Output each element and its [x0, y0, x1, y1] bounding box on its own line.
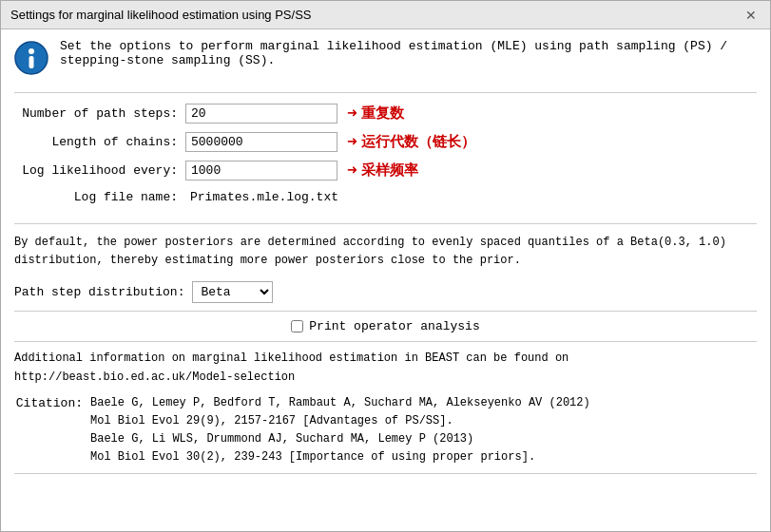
print-operator-label: Print operator analysis [309, 319, 479, 333]
window-title: Settings for marginal likelihood estimat… [10, 8, 312, 22]
path-steps-annotation-text: 重复数 [361, 104, 404, 123]
header-line-2: stepping-stone sampling (SS). [60, 53, 727, 67]
arrow-icon-2: ➜ [347, 131, 357, 152]
citation-line-4: Mol Biol Evol 30(2), 239-243 [Importance… [90, 448, 590, 466]
beta-description: By default, the power posteriors are det… [14, 230, 757, 274]
print-operator-checkbox[interactable] [291, 320, 303, 332]
divider-3 [14, 311, 757, 312]
citation-line-3: Baele G, Li WLS, Drummond AJ, Suchard MA… [90, 430, 590, 448]
path-steps-label: Number of path steps: [14, 106, 185, 121]
header-line-1: Set the options to perform marginal like… [60, 39, 727, 53]
chain-length-annotation: ➜ 运行代数（链长） [347, 131, 475, 152]
additional-info-line1: Additional information on marginal likel… [14, 350, 757, 368]
svg-point-1 [29, 48, 34, 54]
main-window: Settings for marginal likelihood estimat… [0, 0, 771, 532]
header-section: Set the options to perform marginal like… [14, 39, 757, 83]
beta-desc-line2: distribution, thereby estimating more po… [14, 252, 757, 270]
path-steps-annotation: ➜ 重复数 [347, 103, 404, 124]
close-button[interactable]: ✕ [742, 8, 761, 23]
chain-length-input[interactable] [185, 132, 337, 152]
log-file-value: Primates.mle.log.txt [185, 188, 343, 206]
chain-length-label: Length of chains: [14, 135, 185, 149]
citation-section: Citation: Baele G, Lemey P, Bedford T, R… [14, 394, 757, 467]
chain-length-annotation-text: 运行代数（链长） [361, 133, 475, 151]
citation-line-2: Mol Biol Evol 29(9), 2157-2167 [Advantag… [90, 412, 590, 430]
divider-1 [14, 92, 757, 93]
beta-desc-line1: By default, the power posteriors are det… [14, 234, 757, 252]
citation-label: Citation: [14, 394, 90, 410]
content-area: Set the options to perform marginal like… [1, 29, 770, 531]
path-dist-label: Path step distribution: [14, 285, 184, 299]
log-file-label: Log file name: [14, 190, 185, 204]
citation-text: Baele G, Lemey P, Bedford T, Rambaut A, … [90, 394, 590, 467]
divider-2 [14, 223, 757, 224]
print-operator-row: Print operator analysis [14, 319, 757, 333]
additional-info-line2: http://beast.bio.ed.ac.uk/Model-selectio… [14, 369, 757, 387]
log-every-label: Log likelihood every: [14, 163, 185, 178]
additional-info: Additional information on marginal likel… [14, 350, 757, 386]
bottom-divider [14, 473, 757, 474]
path-steps-row: Number of path steps: ➜ 重复数 [14, 103, 757, 124]
header-description: Set the options to perform marginal like… [60, 39, 727, 67]
title-bar: Settings for marginal likelihood estimat… [1, 1, 770, 29]
divider-4 [14, 341, 757, 342]
form-section: Number of path steps: ➜ 重复数 Length of ch… [14, 97, 757, 219]
svg-rect-2 [29, 56, 34, 68]
info-icon [14, 41, 48, 75]
log-file-row: Log file name: Primates.mle.log.txt [14, 188, 757, 206]
citation-line-1: Baele G, Lemey P, Bedford T, Rambaut A, … [90, 394, 590, 412]
log-every-input[interactable] [185, 161, 337, 180]
path-dist-select[interactable]: Beta Uniform [192, 281, 273, 303]
log-every-annotation-text: 采样频率 [361, 162, 418, 180]
chain-length-row: Length of chains: ➜ 运行代数（链长） [14, 131, 757, 152]
log-every-annotation: ➜ 采样频率 [347, 160, 418, 180]
path-steps-input[interactable] [185, 104, 337, 124]
arrow-icon-1: ➜ [347, 103, 357, 124]
log-every-row: Log likelihood every: ➜ 采样频率 [14, 160, 757, 180]
arrow-icon-3: ➜ [347, 160, 357, 180]
path-dist-row: Path step distribution: Beta Uniform [14, 281, 757, 303]
